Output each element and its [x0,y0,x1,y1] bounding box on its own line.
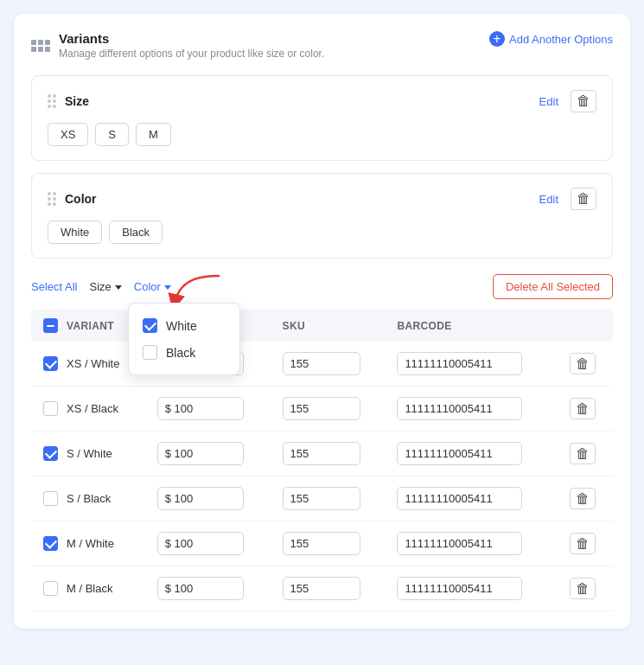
sku-cell [274,476,389,521]
size-group-right: Edit 🗑 [539,90,596,112]
section-subtitle: Manage different options of your product… [59,48,324,60]
barcode-input[interactable] [397,352,522,375]
size-delete-icon[interactable]: 🗑 [571,90,596,112]
color-delete-icon[interactable]: 🗑 [571,188,596,210]
color-tags: White Black [48,221,596,244]
sku-cell [274,566,389,611]
color-filter-dropdown[interactable]: Color [134,280,171,293]
table-row: S / White🗑 [31,432,613,476]
header-checkbox-icon[interactable] [43,318,58,333]
size-edit-button[interactable]: Edit [539,95,558,108]
color-variant-group: Color Edit 🗑 White Black [31,173,613,259]
section-header: Variants Manage different options of you… [31,31,613,60]
table-row: M / White🗑 [31,521,613,566]
add-another-options-button[interactable]: + Add Another Options [489,31,613,47]
barcode-input[interactable] [397,442,522,465]
color-drag-handle[interactable] [48,192,56,206]
sku-input[interactable] [283,352,360,375]
section-title: Variants [59,31,324,46]
price-cell [149,521,274,566]
row-checkbox-4[interactable] [43,536,58,551]
barcode-input[interactable] [397,532,522,555]
sku-input[interactable] [283,487,360,510]
row-delete-cell: 🗑 [561,387,613,432]
variant-name: XS / White [67,357,119,370]
row-delete-icon[interactable]: 🗑 [570,533,596,554]
size-tag-xs: XS [48,123,88,146]
table-row: XS / White🗑 [31,342,613,387]
filter-left: Select All Size Color [31,280,183,293]
row-delete-icon[interactable]: 🗑 [570,353,596,374]
color-dropdown-black[interactable]: Black [129,339,239,366]
row-delete-cell: 🗑 [561,476,613,521]
sku-cell [274,432,389,476]
color-dropdown-white[interactable]: White [129,312,239,339]
black-label: Black [166,346,195,360]
size-drag-handle[interactable] [48,94,56,108]
variant-cell: M / White [31,521,149,566]
row-delete-cell: 🗑 [561,566,613,611]
color-edit-button[interactable]: Edit [539,193,558,206]
variants-table: Variant PRICE SKU BARCODE XS / White🗑XS … [31,310,613,611]
variant-name: XS / Black [67,402,118,415]
main-card: Variants Manage different options of you… [14,14,630,629]
sku-input[interactable] [283,397,360,420]
color-dropdown-popup: White Black [128,303,240,375]
variant-cell: S / Black [31,476,149,521]
barcode-input[interactable] [397,397,522,420]
variant-name: M / Black [67,582,112,595]
size-filter-dropdown[interactable]: Size [89,280,121,293]
grid-icon [31,40,50,52]
row-delete-icon[interactable]: 🗑 [570,443,596,464]
sku-input[interactable] [283,577,360,600]
price-input[interactable] [157,442,244,465]
row-checkbox-2[interactable] [43,446,58,461]
barcode-cell [388,342,560,387]
color-tag-white: White [48,221,102,244]
sku-input[interactable] [283,442,360,465]
size-group-name: Size [65,94,89,108]
barcode-col-header: BARCODE [388,310,560,342]
select-all-button[interactable]: Select All [31,280,77,293]
barcode-cell [388,566,560,611]
table-row: XS / Black🗑 [31,387,613,432]
row-checkbox-1[interactable] [43,401,58,416]
price-input[interactable] [157,487,244,510]
sku-cell [274,521,389,566]
row-checkbox-5[interactable] [43,581,58,596]
size-group-header: Size Edit 🗑 [48,90,596,112]
size-tag-s: S [95,123,129,146]
barcode-cell [388,387,560,432]
price-cell [149,432,274,476]
color-tag-black: Black [109,221,163,244]
barcode-cell [388,476,560,521]
row-delete-icon[interactable]: 🗑 [570,488,596,509]
variant-name: S / White [67,447,112,460]
price-cell [149,387,274,432]
row-checkbox-3[interactable] [43,491,58,506]
row-delete-icon[interactable]: 🗑 [570,578,596,599]
price-cell [149,566,274,611]
variant-cell: S / White [31,432,149,476]
white-label: White [166,319,197,333]
color-group-header: Color Edit 🗑 [48,188,596,210]
barcode-input[interactable] [397,577,522,600]
row-delete-cell: 🗑 [561,521,613,566]
black-checkbox-icon[interactable] [143,345,157,360]
barcode-input[interactable] [397,487,522,510]
sku-cell [274,387,389,432]
sku-input[interactable] [283,532,360,555]
color-group-right: Edit 🗑 [539,188,596,210]
white-checkbox-icon[interactable] [143,318,157,333]
size-group-left: Size [48,94,89,108]
plus-icon: + [489,31,505,47]
row-delete-icon[interactable]: 🗑 [570,398,596,419]
row-checkbox-0[interactable] [43,356,58,371]
color-group-name: Color [65,192,97,206]
price-input[interactable] [157,532,244,555]
sku-col-header: SKU [274,310,389,342]
delete-all-selected-button[interactable]: Delete All Selected [493,274,613,299]
price-input[interactable] [157,577,244,600]
price-input[interactable] [157,397,244,420]
variant-name: S / Black [67,492,111,505]
